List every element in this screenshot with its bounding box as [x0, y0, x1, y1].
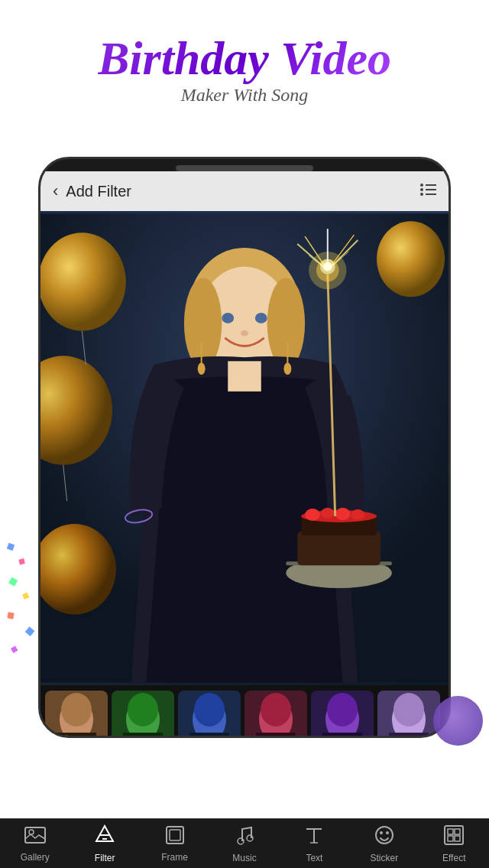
svg-point-93 — [386, 831, 389, 834]
svg-rect-95 — [448, 829, 453, 834]
toolbar-item-gallery[interactable]: Gallery — [0, 825, 70, 863]
svg-point-92 — [380, 831, 383, 834]
sticker-icon — [374, 824, 395, 851]
svg-point-55 — [128, 693, 158, 727]
svg-rect-56 — [123, 733, 163, 739]
text-label: Text — [306, 853, 322, 863]
svg-rect-60 — [189, 733, 229, 739]
filter-icon — [95, 824, 115, 851]
menu-icon[interactable] — [419, 183, 436, 200]
gallery-icon — [24, 825, 46, 850]
svg-point-31 — [351, 509, 364, 520]
svg-rect-78 — [25, 626, 35, 636]
svg-point-17 — [267, 278, 305, 369]
svg-rect-80 — [25, 827, 45, 843]
music-icon — [235, 824, 254, 851]
app-bar-title: Add Filter — [66, 183, 419, 200]
svg-rect-76 — [22, 593, 29, 600]
svg-rect-97 — [448, 836, 453, 841]
phone-notch — [176, 165, 313, 171]
svg-point-45 — [198, 362, 206, 375]
toolbar-item-filter[interactable]: Filter — [70, 824, 139, 863]
phone-mockup: ‹ Add Filter — [38, 157, 451, 738]
svg-point-2 — [420, 188, 423, 191]
frame-icon — [165, 825, 185, 850]
svg-rect-21 — [228, 361, 261, 392]
toolbar-item-music[interactable]: Music — [209, 824, 279, 863]
svg-point-4 — [420, 193, 423, 196]
svg-point-8 — [40, 232, 126, 331]
svg-point-63 — [261, 693, 291, 727]
svg-point-29 — [321, 508, 335, 519]
svg-rect-74 — [18, 558, 25, 565]
app-header: Birthday Video Maker With Song — [0, 0, 489, 134]
music-label: Music — [232, 853, 256, 863]
svg-rect-85 — [170, 830, 180, 840]
filter-label: Filter — [95, 853, 115, 863]
svg-rect-68 — [322, 733, 362, 739]
filter-lavender[interactable] — [377, 691, 440, 739]
svg-rect-77 — [7, 612, 14, 619]
svg-point-43 — [320, 259, 335, 275]
app-subtitle: Maker With Song — [181, 85, 309, 106]
sticker-label: Sticker — [370, 853, 398, 863]
bottom-toolbar: Gallery Filter Frame — [0, 818, 489, 868]
toolbar-item-effect[interactable]: Effect — [419, 824, 489, 863]
svg-point-19 — [255, 313, 267, 323]
decoration-circle — [433, 696, 483, 746]
frame-label: Frame — [161, 852, 188, 863]
filter-normal[interactable] — [45, 691, 108, 739]
svg-point-59 — [194, 693, 225, 727]
svg-rect-96 — [455, 829, 460, 834]
filter-green[interactable] — [112, 691, 174, 739]
app-bar: ‹ Add Filter — [40, 171, 449, 211]
filter-blue[interactable] — [178, 691, 241, 739]
filter-purple[interactable] — [311, 691, 374, 739]
svg-point-51 — [61, 693, 92, 727]
effect-label: Effect — [442, 853, 465, 863]
svg-point-81 — [29, 830, 34, 834]
gallery-label: Gallery — [21, 852, 50, 863]
svg-point-20 — [241, 330, 248, 336]
photo-area — [40, 211, 449, 685]
back-button[interactable]: ‹ — [53, 181, 58, 201]
svg-point-30 — [335, 508, 351, 520]
svg-rect-25 — [297, 532, 381, 566]
svg-rect-75 — [8, 577, 18, 587]
svg-rect-73 — [7, 543, 15, 551]
photo-scene — [40, 211, 449, 685]
text-icon — [304, 824, 324, 851]
svg-point-67 — [327, 693, 358, 727]
effect-icon — [443, 824, 465, 851]
svg-rect-79 — [11, 645, 18, 653]
svg-rect-64 — [256, 733, 296, 739]
svg-point-16 — [184, 278, 222, 369]
svg-point-18 — [222, 313, 234, 323]
svg-rect-72 — [389, 733, 429, 739]
app-title: Birthday Video — [98, 32, 391, 84]
svg-rect-52 — [57, 733, 96, 739]
toolbar-item-sticker[interactable]: Sticker — [349, 824, 419, 863]
svg-point-28 — [305, 509, 320, 521]
filter-strip — [40, 685, 449, 738]
filter-red[interactable] — [244, 691, 307, 739]
svg-point-71 — [393, 693, 424, 727]
toolbar-item-text[interactable]: Text — [280, 824, 349, 863]
svg-point-0 — [420, 184, 423, 187]
svg-point-47 — [283, 362, 291, 375]
svg-rect-98 — [455, 836, 460, 841]
confetti-left — [4, 536, 38, 677]
svg-point-13 — [377, 221, 445, 297]
toolbar-item-frame[interactable]: Frame — [140, 825, 209, 863]
